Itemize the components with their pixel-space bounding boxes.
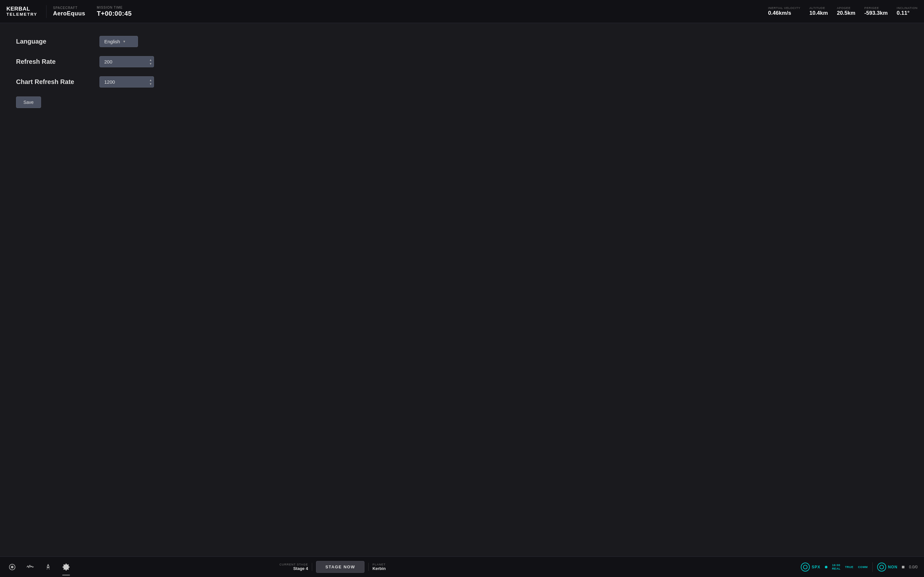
time-value: 16:00 bbox=[832, 564, 841, 567]
nav-rocket-icon[interactable] bbox=[42, 561, 54, 573]
refresh-rate-input[interactable] bbox=[99, 56, 154, 67]
perigee-value: -593.3km bbox=[864, 10, 888, 16]
apogee-value: 20.5km bbox=[837, 10, 855, 16]
language-label: Language bbox=[16, 38, 99, 45]
non-circle-icon bbox=[877, 562, 886, 572]
non-badge[interactable]: NON bbox=[877, 562, 898, 572]
refresh-rate-label: Refresh Rate bbox=[16, 58, 99, 65]
inertial-velocity-value: 0.46km/s bbox=[768, 10, 791, 16]
comm-label: COMM bbox=[858, 566, 868, 569]
spacecraft-info: SPACECRAFT AeroEquus bbox=[53, 6, 86, 17]
refresh-rate-increment[interactable]: ▲ bbox=[149, 58, 153, 61]
stage-controls: CURRENT STAGE Stage 4 STAGE NOW PLANET K… bbox=[279, 561, 386, 573]
gear-icon bbox=[62, 563, 70, 571]
non-dot bbox=[902, 566, 905, 568]
header-divider bbox=[46, 5, 47, 18]
nav-settings-icon[interactable] bbox=[60, 561, 72, 573]
comm-true-label: TRUE bbox=[845, 566, 854, 569]
apogee-stat: APOGEE 20.5km bbox=[837, 6, 855, 16]
refresh-rate-input-wrap: ▲ ▼ bbox=[99, 56, 154, 67]
telemetry-stats: INERTIAL VELOCITY 0.46km/s ALTITUDE 10.4… bbox=[768, 6, 918, 16]
spacecraft-label: SPACECRAFT bbox=[53, 6, 86, 10]
current-stage-value: Stage 4 bbox=[293, 566, 308, 571]
current-stage-label: CURRENT STAGE bbox=[279, 563, 308, 566]
time-label: REAL bbox=[832, 567, 841, 571]
rocket-icon bbox=[44, 563, 52, 571]
spx-label: SPX bbox=[812, 565, 821, 569]
planet-value: Kerbin bbox=[373, 566, 386, 571]
nav-chart-icon[interactable] bbox=[24, 561, 36, 573]
refresh-rate-row: Refresh Rate ▲ ▼ bbox=[16, 56, 908, 67]
logo-line2: TELEMETRY bbox=[6, 12, 37, 17]
chart-refresh-rate-label: Chart Refresh Rate bbox=[16, 78, 99, 85]
app-logo: KERBAL TELEMETRY bbox=[6, 6, 37, 17]
mission-time-info: MISSION TIME T+00:00:45 bbox=[97, 6, 132, 17]
inclination-label: INCLINATION bbox=[897, 6, 918, 10]
svg-point-1 bbox=[11, 566, 13, 568]
wave-icon bbox=[26, 563, 34, 571]
save-button[interactable]: Save bbox=[16, 97, 41, 108]
score-value: 0.0/0 bbox=[909, 565, 918, 569]
altitude-label: ALTITUDE bbox=[809, 6, 825, 10]
chart-refresh-rate-decrement[interactable]: ▼ bbox=[149, 82, 153, 85]
language-value: English bbox=[104, 39, 120, 44]
chart-refresh-rate-increment[interactable]: ▲ bbox=[149, 78, 153, 82]
circle-dot-icon bbox=[8, 563, 16, 571]
refresh-rate-decrement[interactable]: ▼ bbox=[149, 62, 153, 65]
inclination-value: 0.11° bbox=[897, 10, 909, 16]
altitude-value: 10.4km bbox=[809, 10, 828, 16]
footer-right-badges: SPX 16:00 REAL TRUE COMM NON 0.0/0 bbox=[801, 562, 918, 572]
apogee-label: APOGEE bbox=[837, 6, 851, 10]
nav-telemetry-icon[interactable] bbox=[6, 561, 18, 573]
refresh-rate-spinner: ▲ ▼ bbox=[149, 58, 153, 65]
stage-now-button[interactable]: STAGE NOW bbox=[316, 561, 365, 573]
main-content: Language English ▼ Refresh Rate ▲ ▼ Char… bbox=[0, 23, 924, 556]
header: KERBAL TELEMETRY SPACECRAFT AeroEquus MI… bbox=[0, 0, 924, 23]
inertial-velocity-stat: INERTIAL VELOCITY 0.46km/s bbox=[768, 6, 800, 16]
planet-info: PLANET Kerbin bbox=[368, 563, 386, 571]
perigee-stat: PERIGEE -593.3km bbox=[864, 6, 888, 16]
spx-circle-icon bbox=[801, 562, 810, 572]
time-badge: 16:00 REAL bbox=[832, 564, 841, 571]
footer-separator bbox=[872, 562, 873, 572]
non-label: NON bbox=[888, 565, 898, 569]
spx-dot bbox=[825, 566, 827, 568]
planet-label: PLANET bbox=[373, 563, 386, 566]
inclination-stat: INCLINATION 0.11° bbox=[897, 6, 918, 16]
chevron-down-icon: ▼ bbox=[123, 40, 126, 43]
svg-point-2 bbox=[47, 566, 49, 567]
language-dropdown[interactable]: English ▼ bbox=[99, 36, 138, 47]
chart-refresh-rate-row: Chart Refresh Rate ▲ ▼ bbox=[16, 76, 908, 87]
chart-refresh-rate-input[interactable] bbox=[99, 76, 154, 87]
chart-refresh-rate-spinner: ▲ ▼ bbox=[149, 78, 153, 85]
mission-time-label: MISSION TIME bbox=[97, 6, 132, 9]
altitude-stat: ALTITUDE 10.4km bbox=[809, 6, 828, 16]
current-stage-info: CURRENT STAGE Stage 4 bbox=[279, 563, 312, 571]
chart-refresh-rate-input-wrap: ▲ ▼ bbox=[99, 76, 154, 87]
spacecraft-name: AeroEquus bbox=[53, 10, 86, 17]
mission-time-value: T+00:00:45 bbox=[97, 10, 132, 17]
logo-line1: KERBAL bbox=[6, 6, 37, 12]
perigee-label: PERIGEE bbox=[864, 6, 879, 10]
spx-badge[interactable]: SPX bbox=[801, 562, 821, 572]
footer: CURRENT STAGE Stage 4 STAGE NOW PLANET K… bbox=[0, 556, 924, 577]
inertial-velocity-label: INERTIAL VELOCITY bbox=[768, 6, 800, 10]
footer-nav bbox=[6, 561, 72, 573]
language-row: Language English ▼ bbox=[16, 36, 908, 47]
